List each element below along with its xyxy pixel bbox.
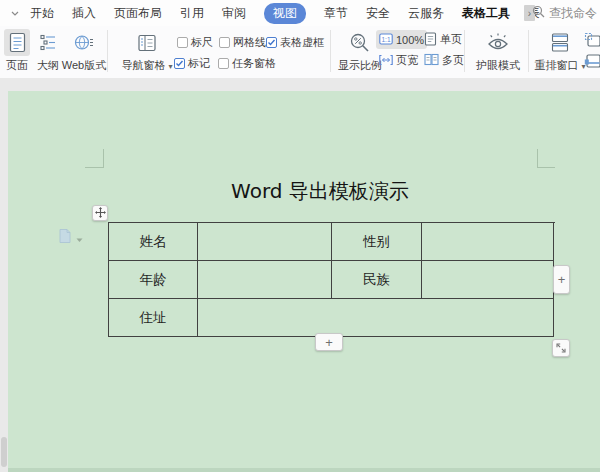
zoom-100-button[interactable]: 1:1 100%: [376, 30, 427, 49]
single-page-label: 单页: [440, 32, 462, 47]
ribbon-divider: [330, 30, 331, 72]
find-command-label: 查找命令: [549, 5, 597, 22]
tab-review[interactable]: 审阅: [222, 5, 246, 22]
chevron-down-icon: ▾: [169, 62, 173, 71]
outline-view-icon: [35, 29, 61, 56]
table-cell-name-value[interactable]: [198, 223, 332, 261]
arrange-windows-label: 重排窗口 ▾: [534, 58, 585, 73]
multi-page-icon: [424, 53, 439, 68]
zoom-ratio-icon: [347, 29, 373, 56]
svg-text:1:1: 1:1: [381, 35, 390, 42]
table-cell-age-label[interactable]: 年龄: [109, 261, 198, 299]
web-layout-label: Web版式: [62, 58, 106, 73]
tab-section[interactable]: 章节: [324, 5, 348, 22]
page-width-icon: [379, 54, 393, 68]
navigation-pane-button[interactable]: 导航窗格 ▾: [118, 29, 176, 73]
table-resize-handle[interactable]: [552, 339, 570, 357]
tab-page-layout[interactable]: 页面布局: [114, 5, 162, 22]
paste-document-icon: [58, 228, 72, 248]
eye-protection-icon: [485, 29, 511, 56]
single-page-button[interactable]: 单页: [421, 30, 465, 49]
document-canvas: Word 导出模板演示 姓名 性别 年龄 民族 住址: [0, 78, 600, 472]
add-column-button[interactable]: +: [553, 265, 570, 294]
checkbox-icon: [177, 37, 188, 48]
checkbox-checked-icon: [266, 37, 277, 48]
wps-writer-window: 开始 插入 页面布局 引用 审阅 视图 章节 安全 云服务 表格工具 表 › 查…: [0, 0, 600, 472]
split-window-icon[interactable]: [584, 53, 600, 73]
page-view-button[interactable]: 页面: [2, 29, 32, 73]
task-pane-label: 任务窗格: [232, 56, 276, 71]
tab-cloud[interactable]: 云服务: [408, 5, 444, 22]
table-cell-address-label[interactable]: 住址: [109, 299, 198, 337]
arrange-windows-button[interactable]: 重排窗口 ▾: [532, 29, 588, 73]
find-command[interactable]: 查找命令: [532, 0, 597, 26]
margin-mark: [537, 167, 555, 168]
ribbon-divider: [528, 30, 529, 72]
table-cell-gender-value[interactable]: [422, 223, 554, 261]
margin-mark: [537, 149, 538, 168]
table-gridlines-checkbox[interactable]: 表格虚框: [266, 35, 324, 50]
page-bottom-edge: [8, 468, 600, 472]
page-view-icon: [4, 29, 30, 56]
add-row-button[interactable]: +: [315, 333, 343, 351]
move-arrows-icon: [95, 204, 106, 222]
tab-home[interactable]: 开始: [30, 5, 54, 22]
page-view-label: 页面: [6, 58, 28, 73]
plus-icon: +: [558, 273, 566, 286]
checkbox-checked-icon: [174, 58, 185, 69]
ruler-checkbox[interactable]: 标尺: [177, 35, 213, 50]
document-page[interactable]: Word 导出模板演示 姓名 性别 年龄 民族 住址: [8, 91, 600, 468]
navigation-pane-icon: [134, 29, 160, 56]
outline-view-button[interactable]: 大纲: [33, 29, 63, 73]
gridlines-label: 网格线: [233, 35, 266, 50]
checkbox-icon: [219, 37, 230, 48]
margin-mark: [85, 167, 103, 168]
ribbon-view: 页面 大纲 Web版式 导航窗格 ▾ 标尺 网格线: [0, 26, 600, 78]
one-to-one-icon: 1:1: [379, 33, 393, 47]
table-gridlines-label: 表格虚框: [280, 35, 324, 50]
menu-tab-bar: 开始 插入 页面布局 引用 审阅 视图 章节 安全 云服务 表格工具 表 › 查…: [0, 0, 600, 26]
table-cell-gender-label[interactable]: 性别: [332, 223, 422, 261]
table-move-handle[interactable]: [92, 205, 108, 221]
tab-security[interactable]: 安全: [366, 5, 390, 22]
checkbox-icon: [218, 58, 229, 69]
ribbon-collapse-icon[interactable]: [8, 6, 22, 20]
tab-table-tools[interactable]: 表格工具: [462, 5, 510, 22]
new-window-icon[interactable]: [584, 32, 600, 52]
table-cell-ethnicity-label[interactable]: 民族: [332, 261, 422, 299]
tab-references[interactable]: 引用: [180, 5, 204, 22]
web-layout-icon: [71, 29, 97, 56]
resize-diagonal-icon: [556, 339, 566, 357]
outline-view-label: 大纲: [37, 58, 59, 73]
multi-page-label: 多页: [442, 53, 464, 68]
scrollbar-thumb[interactable]: [1, 437, 7, 467]
plus-icon: +: [325, 336, 333, 349]
document-title: Word 导出模板演示: [103, 178, 537, 205]
search-icon: [532, 5, 545, 21]
arrange-windows-icon: [547, 29, 573, 56]
page-width-label: 页宽: [396, 53, 418, 68]
navigation-pane-label: 导航窗格 ▾: [121, 58, 172, 73]
ribbon-divider: [464, 30, 465, 72]
task-pane-checkbox[interactable]: 任务窗格: [218, 56, 276, 71]
markup-checkbox[interactable]: 标记: [174, 56, 210, 71]
paste-options-button[interactable]: [58, 229, 92, 247]
form-table[interactable]: 姓名 性别 年龄 民族 住址: [108, 222, 555, 337]
tab-insert[interactable]: 插入: [72, 5, 96, 22]
table-cell-address-value[interactable]: [198, 299, 554, 337]
table-cell-ethnicity-value[interactable]: [422, 261, 554, 299]
margin-mark: [103, 149, 104, 168]
table-cell-age-value[interactable]: [198, 261, 332, 299]
single-page-icon: [424, 32, 437, 48]
multi-page-button[interactable]: 多页: [421, 51, 467, 70]
markup-label: 标记: [188, 56, 210, 71]
table-cell-name-label[interactable]: 姓名: [109, 223, 198, 261]
page-width-button[interactable]: 页宽: [376, 51, 421, 70]
gridlines-checkbox[interactable]: 网格线: [219, 35, 266, 50]
menu-tabs: 开始 插入 页面布局 引用 审阅 视图 章节 安全 云服务 表格工具 表: [30, 0, 541, 26]
eye-protection-button[interactable]: 护眼模式: [470, 29, 526, 73]
web-layout-button[interactable]: Web版式: [62, 29, 106, 73]
chevron-down-icon: [76, 229, 83, 247]
ruler-label: 标尺: [191, 35, 213, 50]
tab-view[interactable]: 视图: [264, 3, 306, 24]
